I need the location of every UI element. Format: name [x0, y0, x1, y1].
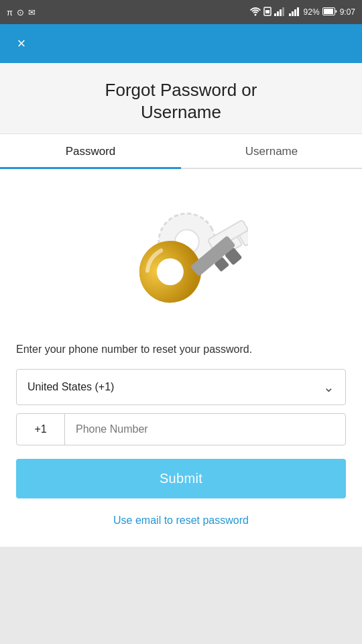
time-display: 9:07	[340, 7, 355, 17]
page-title: Forgot Password or Username	[13, 79, 349, 123]
status-left-icons: π ⊙ ✉	[7, 7, 36, 17]
key-illustration	[16, 189, 346, 323]
svg-point-0	[254, 13, 256, 15]
svg-rect-6	[282, 7, 284, 16]
sim-icon	[263, 7, 272, 18]
phone-number-input[interactable]	[65, 414, 345, 445]
tab-password[interactable]: Password	[0, 134, 181, 168]
email-reset-link[interactable]: Use email to reset password	[16, 511, 346, 531]
svg-rect-2	[265, 10, 269, 13]
battery-icon	[322, 7, 337, 17]
close-button[interactable]: ×	[11, 33, 32, 54]
svg-rect-12	[324, 9, 333, 14]
app-icon-pi: π	[7, 7, 13, 17]
bottom-gray-area	[0, 547, 362, 644]
header-bar: ×	[0, 24, 362, 63]
tabs-container: Password Username	[0, 134, 362, 169]
content-area: Enter your phone number to reset your pa…	[0, 169, 362, 547]
svg-rect-8	[292, 11, 294, 16]
wifi-icon	[250, 7, 261, 18]
country-code-box: +1	[17, 414, 65, 445]
status-right-info: 92% 9:07	[250, 7, 355, 18]
chevron-down-icon: ⌄	[323, 379, 335, 395]
svg-rect-4	[277, 11, 279, 16]
description-text: Enter your phone number to reset your pa…	[16, 342, 346, 357]
svg-rect-3	[274, 13, 276, 16]
svg-rect-9	[294, 9, 296, 16]
battery-percent: 92%	[304, 7, 320, 17]
signal-icon-2	[289, 7, 301, 18]
submit-button[interactable]: Submit	[16, 459, 346, 498]
country-label: United States (+1)	[27, 381, 114, 393]
signal-icon	[274, 7, 286, 18]
svg-rect-5	[280, 9, 282, 16]
tab-username[interactable]: Username	[181, 134, 362, 168]
phone-input-row: +1	[16, 413, 346, 445]
svg-rect-10	[297, 7, 299, 16]
app-icon-circle: ⊙	[17, 7, 24, 17]
title-section: Forgot Password or Username	[0, 63, 362, 134]
svg-rect-7	[289, 13, 291, 16]
country-select-display[interactable]: United States (+1) ⌄	[17, 370, 345, 405]
country-selector[interactable]: United States (+1) ⌄	[16, 369, 346, 405]
status-bar: π ⊙ ✉	[0, 0, 362, 24]
email-icon: ✉	[28, 7, 36, 17]
